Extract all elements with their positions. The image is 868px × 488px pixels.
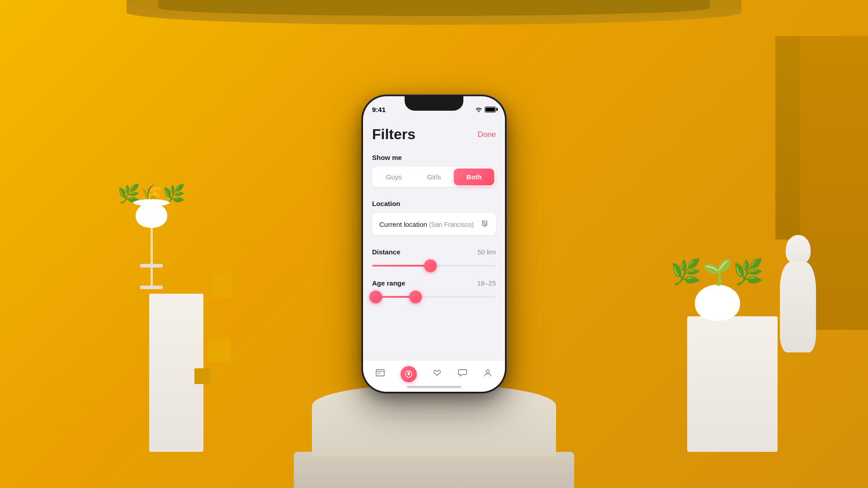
- location-field[interactable]: Current location (San Francisco): [372, 213, 496, 235]
- seg-girls[interactable]: Girls: [414, 169, 454, 185]
- seg-guys[interactable]: Guys: [374, 169, 414, 185]
- small-yellow-box-2: [194, 368, 210, 384]
- tab-profile[interactable]: [476, 365, 499, 383]
- location-value: Current location: [379, 221, 427, 228]
- battery-icon: [485, 107, 496, 113]
- distance-header: Distance 50 km: [372, 248, 496, 256]
- app-content: Filters Done Show me Guys Girls Both Loc…: [363, 117, 505, 360]
- right-wall-2: [775, 36, 800, 239]
- age-range-value: 18–25: [477, 279, 496, 287]
- tab-messages[interactable]: [451, 365, 474, 383]
- status-time: 9:41: [372, 106, 386, 113]
- age-range-header: Age range 18–25: [372, 279, 496, 287]
- status-icons: [475, 107, 496, 113]
- tab-discover[interactable]: [394, 363, 423, 385]
- plant-right: 🌿🌱🌿: [670, 260, 764, 321]
- location-label: Location: [372, 200, 496, 207]
- age-range-max-thumb[interactable]: [409, 291, 422, 303]
- distance-value: 50 km: [477, 248, 496, 256]
- location-text: Current location (San Francisco): [379, 221, 481, 228]
- small-yellow-box-1: [208, 339, 231, 361]
- right-white-box-1: [687, 316, 778, 452]
- phone-frame: 9:41 Filters Done: [362, 95, 506, 393]
- cards-icon: [375, 368, 385, 380]
- svg-rect-0: [376, 370, 384, 376]
- discover-icon: [401, 366, 417, 382]
- top-arch-inner: [158, 0, 710, 16]
- phone-screen: 9:41 Filters Done: [363, 96, 505, 392]
- pedestal-top: [312, 384, 556, 456]
- location-arrow-icon: [481, 219, 489, 229]
- seg-both[interactable]: Both: [454, 169, 494, 185]
- home-indicator: [407, 386, 461, 388]
- statue: [773, 235, 823, 352]
- show-me-section: Show me Guys Girls Both: [372, 154, 496, 187]
- tab-favorites[interactable]: [426, 365, 448, 383]
- app-header: Filters Done: [372, 126, 496, 143]
- messages-icon: [458, 368, 467, 380]
- phone-notch: [405, 96, 463, 111]
- segmented-control: Guys Girls Both: [372, 167, 496, 187]
- page-title: Filters: [372, 126, 415, 143]
- phone-container: 9:41 Filters Done: [362, 95, 506, 393]
- done-button[interactable]: Done: [477, 130, 496, 139]
- favorites-icon: [432, 368, 442, 380]
- age-range-min-thumb[interactable]: [369, 291, 382, 303]
- age-range-section: Age range 18–25: [372, 279, 496, 298]
- age-range-label: Age range: [372, 279, 405, 287]
- show-me-label: Show me: [372, 154, 496, 161]
- distance-slider-fill: [372, 265, 430, 267]
- location-section: Location Current location (San Francisco…: [372, 200, 496, 235]
- pedestal-base: [294, 452, 574, 488]
- plant-left: 🌿🌾🌿: [118, 185, 185, 289]
- wifi-icon: [475, 107, 482, 112]
- distance-slider-thumb[interactable]: [424, 259, 437, 272]
- age-range-slider-track[interactable]: [372, 296, 496, 298]
- svg-point-4: [486, 370, 490, 373]
- tab-cards[interactable]: [369, 365, 392, 383]
- small-house: [212, 273, 232, 298]
- distance-label: Distance: [372, 248, 401, 256]
- distance-slider-track[interactable]: [372, 265, 496, 267]
- profile-icon: [483, 368, 493, 380]
- distance-section: Distance 50 km: [372, 248, 496, 267]
- location-sub: (San Francisco): [429, 221, 474, 228]
